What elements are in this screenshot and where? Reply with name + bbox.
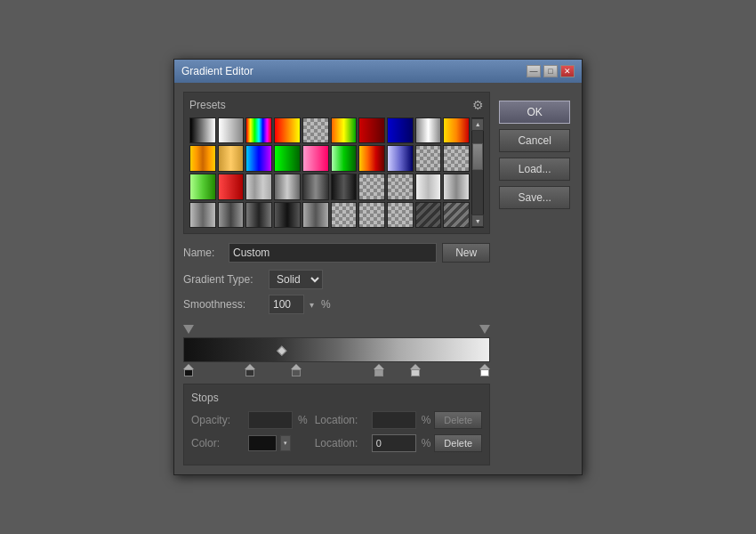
preset-swatch[interactable]: [415, 145, 442, 172]
preset-swatch[interactable]: [387, 145, 414, 172]
presets-scrollbar[interactable]: ▲ ▼: [471, 117, 484, 229]
gradient-type-label: Gradient Type:: [183, 273, 263, 286]
stop-body: [245, 369, 254, 376]
title-bar: Gradient Editor — □ ✕: [174, 60, 582, 83]
preset-swatch[interactable]: [331, 145, 358, 172]
preset-swatch[interactable]: [415, 117, 442, 144]
cancel-button[interactable]: Cancel: [499, 129, 570, 152]
preset-swatch[interactable]: [331, 202, 358, 229]
smoothness-row: Smoothness: ▾ %: [183, 295, 490, 314]
preset-swatch[interactable]: [387, 202, 414, 229]
preset-swatch[interactable]: [302, 117, 329, 144]
stop-body: [374, 369, 383, 376]
bottom-stop[interactable]: [245, 364, 255, 376]
preset-swatch[interactable]: [331, 174, 358, 200]
gradient-bar[interactable]: [183, 337, 490, 362]
gradient-editor-dialog: Gradient Editor — □ ✕ Presets ⚙: [173, 59, 583, 476]
scroll-up-arrow[interactable]: ▲: [471, 118, 484, 131]
delete-opacity-button[interactable]: Delete: [434, 411, 482, 429]
preset-swatch[interactable]: [274, 117, 301, 144]
bottom-stop[interactable]: [183, 364, 194, 376]
preset-swatch[interactable]: [245, 174, 272, 200]
smoothness-label: Smoothness:: [183, 298, 263, 311]
preset-swatch[interactable]: [218, 174, 245, 200]
presets-header: Presets ⚙: [189, 98, 484, 112]
preset-swatch[interactable]: [443, 202, 470, 229]
color-row: Color: ▾ Location: % Delete: [191, 434, 482, 452]
preset-swatch[interactable]: [274, 145, 301, 172]
preset-swatch[interactable]: [415, 202, 442, 229]
close-button[interactable]: ✕: [560, 65, 575, 77]
gradient-bar-container: [183, 321, 490, 378]
preset-swatch[interactable]: [358, 174, 385, 200]
save-button[interactable]: Save...: [499, 186, 570, 209]
top-stop-left[interactable]: [183, 325, 194, 334]
smoothness-dropdown[interactable]: ▾: [310, 300, 314, 310]
preset-swatch[interactable]: [358, 202, 385, 229]
location-color-label: Location:: [315, 437, 368, 449]
preset-swatch[interactable]: [189, 117, 216, 144]
name-input[interactable]: [229, 243, 437, 263]
preset-swatch[interactable]: [189, 202, 216, 229]
stop-house: [291, 364, 302, 376]
stop-body: [411, 369, 420, 376]
name-label: Name:: [183, 247, 223, 259]
preset-swatch[interactable]: [302, 202, 329, 229]
load-button[interactable]: Load...: [499, 158, 570, 181]
delete-color-button[interactable]: Delete: [434, 434, 482, 452]
preset-swatch[interactable]: [358, 145, 385, 172]
minimize-button[interactable]: —: [527, 65, 541, 77]
stop-body: [292, 369, 301, 376]
smoothness-input[interactable]: [269, 295, 304, 314]
preset-swatch[interactable]: [358, 117, 385, 144]
preset-swatch[interactable]: [245, 117, 272, 144]
color-swatch-row: ▾: [248, 435, 291, 451]
preset-swatch[interactable]: [218, 117, 245, 144]
name-row: Name: New: [183, 243, 490, 263]
location-opacity-input[interactable]: [372, 411, 416, 429]
preset-swatch[interactable]: [218, 202, 245, 229]
presets-label: Presets: [189, 99, 226, 111]
preset-swatch[interactable]: [387, 174, 414, 200]
preset-swatch[interactable]: [245, 145, 272, 172]
preset-swatch[interactable]: [302, 145, 329, 172]
preset-swatch[interactable]: [443, 117, 470, 144]
ok-button[interactable]: OK: [499, 101, 570, 124]
preset-swatch[interactable]: [189, 145, 216, 172]
stop-house: [410, 364, 421, 376]
new-button[interactable]: New: [442, 243, 490, 263]
location-opacity-label: Location:: [315, 414, 368, 426]
scroll-thumb[interactable]: [472, 143, 483, 170]
stops-section: Stops Opacity: % Location: % Delete Colo…: [183, 384, 490, 465]
location-color-input[interactable]: [372, 434, 416, 452]
bottom-stop[interactable]: [374, 364, 384, 376]
preset-swatch[interactable]: [189, 174, 216, 200]
bottom-stop-right[interactable]: [479, 364, 490, 376]
preset-swatch[interactable]: [415, 174, 442, 200]
preset-swatch[interactable]: [245, 202, 272, 229]
preset-swatch[interactable]: [218, 145, 245, 172]
gear-icon[interactable]: ⚙: [472, 98, 484, 112]
bottom-stop[interactable]: [410, 364, 421, 376]
stop-house: [374, 364, 384, 376]
scroll-down-arrow[interactable]: ▼: [471, 214, 484, 227]
preset-swatch[interactable]: [331, 117, 358, 144]
presets-section: Presets ⚙: [183, 92, 490, 235]
right-panel: OK Cancel Load... Save...: [499, 92, 573, 466]
bottom-stops-row: [183, 362, 490, 378]
preset-swatch[interactable]: [302, 174, 329, 200]
gradient-type-select[interactable]: Solid Noise: [269, 270, 323, 289]
preset-swatch[interactable]: [274, 174, 301, 200]
top-stop-right[interactable]: [479, 325, 490, 334]
preset-swatch[interactable]: [443, 145, 470, 172]
preset-swatch[interactable]: [443, 174, 470, 200]
opacity-input[interactable]: [248, 411, 293, 429]
maximize-button[interactable]: □: [543, 65, 558, 77]
preset-swatch[interactable]: [387, 117, 414, 144]
gradient-midpoint[interactable]: [277, 346, 286, 356]
preset-swatch[interactable]: [274, 202, 301, 229]
bottom-stop[interactable]: [291, 364, 302, 376]
stop-body: [480, 369, 489, 376]
color-swatch[interactable]: [248, 435, 277, 451]
color-dropdown-arrow[interactable]: ▾: [280, 435, 291, 451]
